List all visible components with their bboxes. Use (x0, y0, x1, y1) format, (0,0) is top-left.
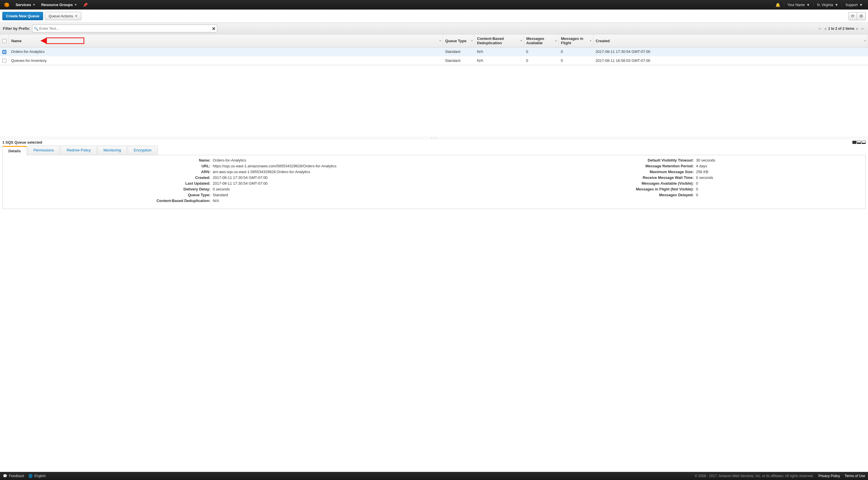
services-label: Services (16, 3, 31, 7)
cell-created: 2017-08-11 17:30:54 GMT-07:00 (593, 47, 868, 56)
value-msgs-in-flight: 0 (696, 187, 865, 191)
label-msgs-in-flight: Messages in Flight (Not Visible): (486, 187, 694, 191)
refresh-button[interactable]: ⟳ (848, 12, 857, 20)
cell-msg-flight: 0 (558, 56, 593, 65)
search-wrap: 🔍 ✕ (32, 25, 217, 32)
cell-cbd: N/A (474, 56, 524, 65)
value-url: https://sqs.us-east-1.amazonaws.com/5855… (213, 164, 486, 168)
layout-full-icon[interactable] (852, 141, 857, 144)
value-created: 2017-08-11 17:30:54 GMT-07:00 (213, 175, 486, 180)
global-header: Services ▼ Resource Groups ▼ 📌 🔔 Your Na… (0, 0, 868, 9)
aws-logo-icon[interactable] (3, 2, 10, 8)
details-tabs: Details Permissions Redrive Policy Monit… (2, 146, 866, 155)
label-retention-period: Message Retention Period: (486, 164, 694, 168)
filter-prefix-input[interactable] (32, 25, 217, 32)
label-name: Name: (7, 158, 210, 162)
value-retention-period: 4 days (696, 164, 865, 168)
col-created[interactable]: Created▾ (593, 34, 868, 47)
create-queue-label: Create New Queue (6, 14, 39, 18)
main-area: Filter by Prefix: 🔍 ✕ ⏮ ◀ 1 to 2 of 2 it… (0, 23, 868, 137)
sort-icon: ▾ (439, 39, 441, 42)
settings-button[interactable]: ⚙ (857, 12, 866, 20)
details-right-col: Default Visibility Timeout: 30 seconds M… (486, 158, 865, 203)
queue-table: Name▾ Queue Type▾ Content-Based Deduplic… (0, 34, 868, 65)
queue-actions-label: Queue Actions (49, 14, 73, 18)
tab-redrive-policy[interactable]: Redrive Policy (60, 146, 97, 155)
page-last-button[interactable]: ⏭ (861, 27, 865, 31)
refresh-icon: ⟳ (851, 13, 855, 19)
select-all-checkbox[interactable] (2, 39, 6, 43)
tab-details[interactable]: Details (2, 146, 27, 155)
region-menu[interactable]: N. Virginia ▼ (814, 0, 841, 9)
account-menu[interactable]: Your Name ▼ (785, 0, 813, 9)
col-name[interactable]: Name▾ (9, 34, 443, 47)
label-max-msg-size: Maximum Message Size: (486, 170, 694, 174)
services-menu[interactable]: Services ▼ (13, 0, 38, 9)
layout-bottom-icon[interactable] (862, 141, 866, 144)
page-prev-button[interactable]: ◀ (823, 27, 827, 31)
support-menu[interactable]: Support ▼ (842, 0, 866, 9)
toolbar: Create New Queue Queue Actions ▼ ⟳ ⚙ (0, 9, 868, 23)
value-visibility-timeout: 30 seconds (696, 158, 865, 162)
clear-filter-button[interactable]: ✕ (212, 26, 216, 31)
value-delivery-delay: 0 seconds (213, 187, 486, 191)
search-icon: 🔍 (34, 26, 38, 31)
pagination: ⏮ ◀ 1 to 2 of 2 items ▶ ⏭ (817, 27, 865, 31)
tab-permissions[interactable]: Permissions (28, 146, 60, 155)
label-cbd: Content-Based Deduplication: (7, 199, 210, 203)
user-name-label: Your Name (787, 3, 805, 7)
sort-icon: ▾ (590, 39, 591, 42)
tab-encryption[interactable]: Encryption (128, 146, 157, 155)
chevron-down-icon: ▼ (33, 3, 36, 6)
label-created: Created: (7, 175, 210, 180)
cell-queue-type: Standard (443, 47, 474, 56)
tab-monitoring[interactable]: Monitoring (97, 146, 127, 155)
value-name: Orders-for-Analytics (213, 158, 486, 162)
cell-msg-avail: 0 (524, 56, 558, 65)
value-cbd: N/A (213, 199, 486, 203)
label-delivery-delay: Delivery Delay: (7, 187, 210, 191)
pin-button[interactable]: 📌 (80, 0, 91, 9)
chevron-down-icon: ▼ (75, 14, 78, 18)
resource-groups-label: Resource Groups (41, 3, 73, 7)
cell-name: Queues-for-Inventory (9, 56, 443, 65)
col-msg-flight[interactable]: Messages in Flight▾ (558, 34, 593, 47)
sort-icon: ▾ (555, 39, 557, 42)
value-wait-time: 0 seconds (696, 175, 865, 180)
chevron-down-icon: ▼ (859, 3, 863, 7)
label-url: URL: (7, 164, 210, 168)
chevron-down-icon: ▼ (806, 3, 810, 7)
pin-icon: 📌 (83, 3, 88, 7)
col-queue-type[interactable]: Queue Type▾ (443, 34, 474, 47)
cell-cbd: N/A (474, 47, 524, 56)
chevron-down-icon: ▼ (74, 3, 77, 6)
value-arn: arn:aws:sqs:us-east-1:585534329928:Order… (213, 170, 486, 174)
label-visibility-timeout: Default Visibility Timeout: (486, 158, 694, 162)
queue-actions-button[interactable]: Queue Actions ▼ (45, 12, 81, 20)
col-cbd[interactable]: Content-Based Deduplication▾ (474, 34, 524, 47)
notifications-button[interactable]: 🔔 (773, 0, 783, 9)
page-first-button[interactable]: ⏮ (817, 27, 822, 31)
cell-queue-type: Standard (443, 56, 474, 65)
table-row[interactable]: Queues-for-Inventory Standard N/A 0 0 20… (0, 56, 868, 65)
table-row[interactable]: Orders-for-Analytics Standard N/A 0 0 20… (0, 47, 868, 56)
layout-split-icon[interactable] (857, 141, 861, 144)
cell-msg-avail: 0 (524, 47, 558, 56)
label-msgs-available: Messages Available (Visible): (486, 181, 694, 185)
details-pane: Name: Orders-for-Analytics URL: https://… (2, 155, 866, 209)
resource-groups-menu[interactable]: Resource Groups ▼ (38, 0, 80, 9)
label-wait-time: Receive Message Wait Time: (486, 175, 694, 180)
chevron-down-icon: ▼ (835, 3, 838, 7)
value-updated: 2017-08-11 17:30:54 GMT-07:00 (213, 181, 486, 185)
row-checkbox[interactable] (2, 50, 6, 54)
col-checkbox[interactable] (0, 34, 9, 47)
create-queue-button[interactable]: Create New Queue (2, 12, 43, 20)
cell-msg-flight: 0 (558, 47, 593, 56)
row-checkbox[interactable] (2, 59, 6, 63)
sort-icon: ▾ (865, 39, 866, 42)
bell-icon: 🔔 (775, 3, 780, 7)
sort-icon: ▾ (521, 39, 522, 42)
page-next-button[interactable]: ▶ (856, 27, 859, 31)
col-msg-avail[interactable]: Messages Available▾ (524, 34, 558, 47)
value-queue-type: Standard (213, 193, 486, 197)
